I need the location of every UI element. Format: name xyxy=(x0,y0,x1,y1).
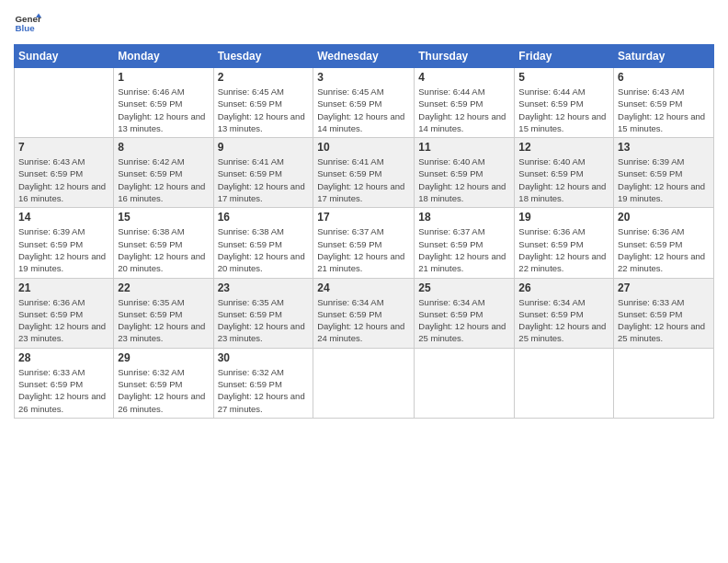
day-info: Sunrise: 6:43 AMSunset: 6:59 PMDaylight:… xyxy=(618,86,710,134)
day-info: Sunrise: 6:35 AMSunset: 6:59 PMDaylight:… xyxy=(118,296,209,345)
calendar-header-row: SundayMondayTuesdayWednesdayThursdayFrid… xyxy=(15,45,714,68)
calendar-day-cell: 28Sunrise: 6:33 AMSunset: 6:59 PMDayligh… xyxy=(15,348,114,418)
day-number: 28 xyxy=(18,351,109,364)
calendar-day-header: Monday xyxy=(114,45,213,68)
day-info: Sunrise: 6:32 AMSunset: 6:59 PMDaylight:… xyxy=(218,366,310,415)
day-number: 30 xyxy=(218,351,310,364)
day-info: Sunrise: 6:40 AMSunset: 6:59 PMDaylight:… xyxy=(518,155,609,204)
day-info: Sunrise: 6:39 AMSunset: 6:59 PMDaylight:… xyxy=(618,155,710,204)
day-info: Sunrise: 6:38 AMSunset: 6:59 PMDaylight:… xyxy=(218,225,310,274)
calendar-day-cell xyxy=(415,348,515,418)
day-number: 23 xyxy=(218,282,310,294)
calendar-day-cell: 6Sunrise: 6:43 AMSunset: 6:59 PMDaylight… xyxy=(614,68,714,138)
day-info: Sunrise: 6:41 AMSunset: 6:59 PMDaylight:… xyxy=(218,155,310,204)
day-info: Sunrise: 6:37 AMSunset: 6:59 PMDaylight:… xyxy=(317,225,410,274)
calendar-day-cell: 17Sunrise: 6:37 AMSunset: 6:59 PMDayligh… xyxy=(313,208,415,278)
day-number: 2 xyxy=(218,71,310,84)
page: General Blue SundayMondayTuesdayWednesda… xyxy=(0,0,728,563)
day-number: 15 xyxy=(118,211,209,224)
calendar-day-header: Tuesday xyxy=(213,45,313,68)
day-number: 14 xyxy=(18,211,109,224)
day-info: Sunrise: 6:33 AMSunset: 6:59 PMDaylight:… xyxy=(18,366,109,415)
calendar-day-cell xyxy=(614,348,714,418)
day-number: 5 xyxy=(518,71,609,84)
day-number: 6 xyxy=(618,71,710,84)
calendar-week-row: 21Sunrise: 6:36 AMSunset: 6:59 PMDayligh… xyxy=(15,278,714,348)
day-info: Sunrise: 6:39 AMSunset: 6:59 PMDaylight:… xyxy=(18,225,109,274)
calendar-day-cell: 16Sunrise: 6:38 AMSunset: 6:59 PMDayligh… xyxy=(213,208,313,278)
calendar-day-cell: 14Sunrise: 6:39 AMSunset: 6:59 PMDayligh… xyxy=(15,208,114,278)
calendar-day-cell: 23Sunrise: 6:35 AMSunset: 6:59 PMDayligh… xyxy=(213,278,313,348)
day-info: Sunrise: 6:34 AMSunset: 6:59 PMDaylight:… xyxy=(418,296,510,345)
day-info: Sunrise: 6:36 AMSunset: 6:59 PMDaylight:… xyxy=(18,296,109,345)
calendar-day-cell: 24Sunrise: 6:34 AMSunset: 6:59 PMDayligh… xyxy=(313,278,415,348)
calendar-day-cell: 26Sunrise: 6:34 AMSunset: 6:59 PMDayligh… xyxy=(515,278,614,348)
day-info: Sunrise: 6:45 AMSunset: 6:59 PMDaylight:… xyxy=(218,86,310,134)
day-info: Sunrise: 6:42 AMSunset: 6:59 PMDaylight:… xyxy=(118,155,209,204)
calendar-day-cell: 2Sunrise: 6:45 AMSunset: 6:59 PMDaylight… xyxy=(213,68,313,138)
day-number: 17 xyxy=(317,211,410,224)
day-info: Sunrise: 6:44 AMSunset: 6:59 PMDaylight:… xyxy=(418,86,510,134)
calendar-day-cell: 13Sunrise: 6:39 AMSunset: 6:59 PMDayligh… xyxy=(614,138,714,208)
calendar-day-header: Saturday xyxy=(614,45,714,68)
day-number: 22 xyxy=(118,282,209,294)
logo-icon: General Blue xyxy=(14,9,41,37)
calendar-day-cell: 8Sunrise: 6:42 AMSunset: 6:59 PMDaylight… xyxy=(114,138,213,208)
day-number: 16 xyxy=(218,211,310,224)
day-info: Sunrise: 6:40 AMSunset: 6:59 PMDaylight:… xyxy=(418,155,510,204)
calendar-day-cell: 1Sunrise: 6:46 AMSunset: 6:59 PMDaylight… xyxy=(114,68,213,138)
day-info: Sunrise: 6:34 AMSunset: 6:59 PMDaylight:… xyxy=(317,296,410,345)
calendar-day-cell: 27Sunrise: 6:33 AMSunset: 6:59 PMDayligh… xyxy=(614,278,714,348)
calendar-week-row: 7Sunrise: 6:43 AMSunset: 6:59 PMDaylight… xyxy=(15,138,714,208)
calendar-day-cell: 5Sunrise: 6:44 AMSunset: 6:59 PMDaylight… xyxy=(515,68,614,138)
calendar-day-cell: 3Sunrise: 6:45 AMSunset: 6:59 PMDaylight… xyxy=(313,68,415,138)
day-number: 11 xyxy=(418,141,510,154)
day-info: Sunrise: 6:32 AMSunset: 6:59 PMDaylight:… xyxy=(118,366,209,415)
calendar-day-header: Thursday xyxy=(415,45,515,68)
day-number: 12 xyxy=(518,141,609,154)
header: General Blue xyxy=(14,9,714,37)
calendar-table: SundayMondayTuesdayWednesdayThursdayFrid… xyxy=(14,44,714,419)
day-info: Sunrise: 6:37 AMSunset: 6:59 PMDaylight:… xyxy=(418,225,510,274)
calendar-day-cell: 11Sunrise: 6:40 AMSunset: 6:59 PMDayligh… xyxy=(415,138,515,208)
calendar-day-cell: 22Sunrise: 6:35 AMSunset: 6:59 PMDayligh… xyxy=(114,278,213,348)
day-info: Sunrise: 6:35 AMSunset: 6:59 PMDaylight:… xyxy=(218,296,310,345)
day-info: Sunrise: 6:44 AMSunset: 6:59 PMDaylight:… xyxy=(518,86,609,134)
calendar-day-cell: 10Sunrise: 6:41 AMSunset: 6:59 PMDayligh… xyxy=(313,138,415,208)
day-number: 10 xyxy=(317,141,410,154)
day-info: Sunrise: 6:46 AMSunset: 6:59 PMDaylight:… xyxy=(118,86,209,134)
calendar-day-cell: 20Sunrise: 6:36 AMSunset: 6:59 PMDayligh… xyxy=(614,208,714,278)
calendar-week-row: 1Sunrise: 6:46 AMSunset: 6:59 PMDaylight… xyxy=(15,68,714,138)
day-number: 25 xyxy=(418,282,510,294)
day-number: 4 xyxy=(418,71,510,84)
day-info: Sunrise: 6:41 AMSunset: 6:59 PMDaylight:… xyxy=(317,155,410,204)
calendar-day-cell: 25Sunrise: 6:34 AMSunset: 6:59 PMDayligh… xyxy=(415,278,515,348)
calendar-day-cell: 18Sunrise: 6:37 AMSunset: 6:59 PMDayligh… xyxy=(415,208,515,278)
svg-text:General: General xyxy=(16,14,42,24)
calendar-day-cell: 4Sunrise: 6:44 AMSunset: 6:59 PMDaylight… xyxy=(415,68,515,138)
day-number: 26 xyxy=(518,282,609,294)
day-info: Sunrise: 6:36 AMSunset: 6:59 PMDaylight:… xyxy=(518,225,609,274)
calendar-day-cell xyxy=(15,68,114,138)
day-number: 19 xyxy=(518,211,609,224)
day-number: 18 xyxy=(418,211,510,224)
day-number: 7 xyxy=(18,141,109,154)
day-info: Sunrise: 6:43 AMSunset: 6:59 PMDaylight:… xyxy=(18,155,109,204)
calendar-week-row: 28Sunrise: 6:33 AMSunset: 6:59 PMDayligh… xyxy=(15,348,714,418)
day-info: Sunrise: 6:38 AMSunset: 6:59 PMDaylight:… xyxy=(118,225,209,274)
day-number: 21 xyxy=(18,282,109,294)
calendar-day-cell: 19Sunrise: 6:36 AMSunset: 6:59 PMDayligh… xyxy=(515,208,614,278)
day-info: Sunrise: 6:45 AMSunset: 6:59 PMDaylight:… xyxy=(317,86,410,134)
calendar-day-cell: 21Sunrise: 6:36 AMSunset: 6:59 PMDayligh… xyxy=(15,278,114,348)
calendar-day-cell: 15Sunrise: 6:38 AMSunset: 6:59 PMDayligh… xyxy=(114,208,213,278)
day-number: 8 xyxy=(118,141,209,154)
calendar-week-row: 14Sunrise: 6:39 AMSunset: 6:59 PMDayligh… xyxy=(15,208,714,278)
day-number: 29 xyxy=(118,351,209,364)
day-number: 1 xyxy=(118,71,209,84)
calendar-day-header: Wednesday xyxy=(313,45,415,68)
day-number: 20 xyxy=(618,211,710,224)
day-number: 13 xyxy=(618,141,710,154)
svg-text:Blue: Blue xyxy=(16,23,36,33)
calendar-day-cell: 9Sunrise: 6:41 AMSunset: 6:59 PMDaylight… xyxy=(213,138,313,208)
day-info: Sunrise: 6:33 AMSunset: 6:59 PMDaylight:… xyxy=(618,296,710,345)
